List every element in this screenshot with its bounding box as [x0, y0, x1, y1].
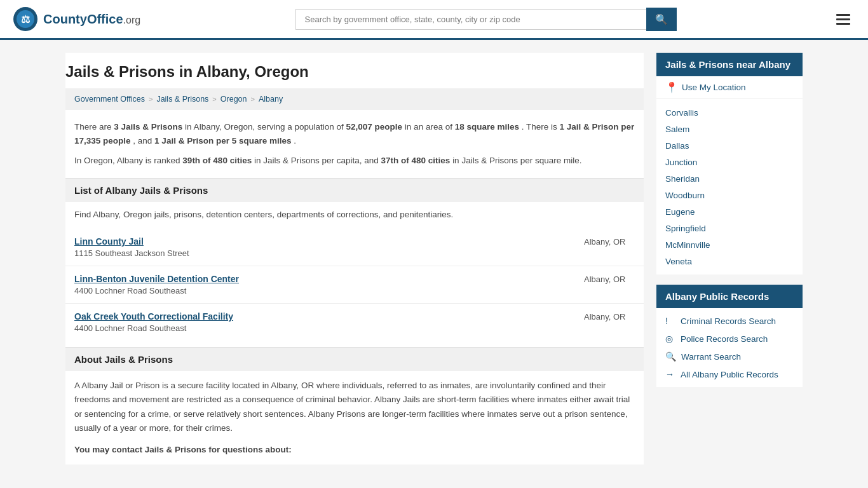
criminal-records-icon: ! [665, 316, 675, 326]
list-item: Eugene [656, 203, 803, 220]
list-item: Corvallis [656, 104, 803, 121]
list-item: Junction [656, 154, 803, 170]
jail-address-3: 4400 Lochner Road Southeast [74, 323, 635, 333]
public-records-box: Albany Public Records ! Criminal Records… [656, 285, 803, 387]
list-item: 🔍 Warrant Search [656, 348, 803, 365]
intro-bold7: 37th of 480 cities [381, 156, 451, 165]
intro-bold6: 39th of 480 cities [182, 156, 252, 165]
list-item: Sheridan [656, 170, 803, 187]
intro-text2: in Albany, Oregon, serving a population … [185, 122, 346, 132]
about-para: A Albany Jail or Prison is a secure faci… [74, 379, 635, 435]
jail-city-1: Albany, OR [571, 237, 635, 247]
jail-name-2: Linn-Benton Juvenile Detention Center [74, 274, 239, 284]
jail-item-3: Oak Creek Youth Correctional Facility Al… [65, 303, 644, 341]
breadcrumb-albany[interactable]: Albany [259, 95, 283, 104]
city-link-mcminnville[interactable]: McMinnville [665, 240, 710, 250]
intro-text7: in Jails & Prisons per capita, and [254, 156, 381, 165]
use-location-link[interactable]: Use My Location [682, 83, 746, 92]
breadcrumb-sep: > [149, 95, 153, 103]
jail-name-1: Linn County Jail [74, 236, 144, 247]
svg-text:⚖: ⚖ [21, 14, 31, 25]
intro-bold3: 18 square miles [455, 122, 519, 132]
breadcrumb-jails[interactable]: Jails & Prisons [156, 95, 208, 104]
intro-text1: There are [74, 122, 114, 132]
all-records-link[interactable]: All Albany Public Records [681, 370, 778, 379]
menu-icon-bar [836, 14, 850, 16]
city-link-veneta[interactable]: Veneta [665, 257, 692, 266]
breadcrumb-oregon[interactable]: Oregon [220, 95, 247, 104]
criminal-records-link[interactable]: Criminal Records Search [681, 316, 776, 326]
list-item: ◎ Police Records Search [656, 330, 803, 348]
jail-city-3: Albany, OR [571, 312, 635, 322]
city-link-woodburn[interactable]: Woodburn [665, 191, 705, 200]
menu-icon-bar [836, 23, 850, 25]
jail-link-2[interactable]: Linn-Benton Juvenile Detention Center [74, 274, 239, 284]
jail-address-2: 4400 Lochner Road Southeast [74, 286, 635, 295]
content-area: Jails & Prisons in Albany, Oregon Govern… [65, 53, 644, 464]
list-section-header: List of Albany Jails & Prisons [65, 178, 644, 202]
police-records-icon: ◎ [665, 334, 675, 344]
list-item: Salem [656, 121, 803, 137]
city-link-springfield[interactable]: Springfield [665, 224, 706, 233]
public-records-title: Albany Public Records [656, 285, 803, 308]
all-records-icon: → [665, 369, 675, 379]
main-container: Jails & Prisons in Albany, Oregon Govern… [53, 40, 815, 477]
breadcrumb: Government Offices > Jails & Prisons > O… [65, 88, 644, 110]
city-link-corvallis[interactable]: Corvallis [665, 108, 698, 118]
nearby-cities-list: Corvallis Salem Dallas Junction Sheridan… [656, 99, 803, 274]
jail-address-1: 1115 Southeast Jackson Street [74, 248, 635, 258]
city-link-salem[interactable]: Salem [665, 125, 689, 134]
list-item: Veneta [656, 253, 803, 269]
breadcrumb-gov-offices[interactable]: Government Offices [74, 95, 145, 104]
use-my-location: 📍 Use My Location [656, 76, 803, 99]
site-header: ⚖ CountyOffice.org 🔍 [0, 0, 868, 40]
menu-button[interactable] [831, 11, 855, 27]
logo-icon: ⚖ [13, 6, 38, 32]
nearby-box: Jails & Prisons near Albany 📍 Use My Loc… [656, 53, 803, 274]
menu-icon-bar [836, 18, 850, 20]
jail-name-3: Oak Creek Youth Correctional Facility [74, 311, 233, 322]
about-footer-bold: You may contact Jails & Prisons for ques… [74, 445, 292, 454]
sidebar: Jails & Prisons near Albany 📍 Use My Loc… [656, 53, 803, 464]
city-link-junction[interactable]: Junction [665, 158, 697, 167]
search-input[interactable] [295, 9, 646, 30]
list-item: Woodburn [656, 187, 803, 203]
intro-bold1: 3 Jails & Prisons [114, 122, 182, 132]
search-button[interactable]: 🔍 [646, 8, 677, 31]
jail-item-2: Linn-Benton Juvenile Detention Center Al… [65, 266, 644, 303]
jail-link-3[interactable]: Oak Creek Youth Correctional Facility [74, 311, 233, 322]
intro-text3: in an area of [405, 122, 455, 132]
about-text: A Albany Jail or Prison is a secure faci… [65, 371, 644, 464]
list-item: ! Criminal Records Search [656, 312, 803, 330]
logo-area: ⚖ CountyOffice.org [13, 6, 140, 32]
city-link-sheridan[interactable]: Sheridan [665, 174, 700, 184]
intro-bold2: 52,007 people [346, 122, 403, 132]
intro-text8: in Jails & Prisons per square mile. [452, 156, 581, 165]
warrant-search-link[interactable]: Warrant Search [681, 352, 741, 362]
list-item: Springfield [656, 220, 803, 236]
intro-text6: . [294, 136, 296, 146]
page-title: Jails & Prisons in Albany, Oregon [65, 53, 644, 88]
about-section-header: About Jails & Prisons [65, 347, 644, 371]
list-item: McMinnville [656, 236, 803, 253]
search-icon: 🔍 [655, 14, 668, 25]
police-records-link[interactable]: Police Records Search [681, 334, 768, 344]
search-area: 🔍 [295, 8, 677, 31]
list-item: → All Albany Public Records [656, 365, 803, 383]
public-records-list: ! Criminal Records Search ◎ Police Recor… [656, 308, 803, 387]
breadcrumb-sep: > [251, 95, 255, 103]
logo-text: CountyOffice.org [43, 12, 140, 27]
intro-line2-text: In Oregon, Albany is ranked [74, 156, 182, 165]
intro-text5: , and [133, 136, 154, 146]
intro-text4: . There is [522, 122, 560, 132]
jail-list: Linn County Jail Albany, OR 1115 Southea… [65, 229, 644, 341]
city-link-dallas[interactable]: Dallas [665, 141, 689, 151]
intro-bold5: 1 Jail & Prison per 5 square miles [154, 136, 291, 146]
location-icon: 📍 [665, 81, 678, 93]
intro-block: There are 3 Jails & Prisons in Albany, O… [65, 110, 644, 178]
list-section-sub: Find Albany, Oregon jails, prisons, dete… [65, 202, 644, 229]
jail-city-2: Albany, OR [571, 274, 635, 284]
city-link-eugene[interactable]: Eugene [665, 207, 695, 217]
breadcrumb-sep: > [212, 95, 216, 103]
jail-link-1[interactable]: Linn County Jail [74, 236, 144, 247]
